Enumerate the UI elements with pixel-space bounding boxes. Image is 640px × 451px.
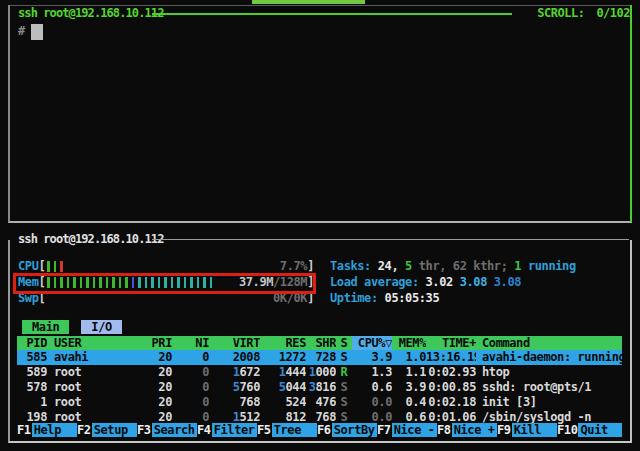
- sort-direction-icon: ▽: [385, 336, 392, 350]
- cell-pid: 585: [17, 350, 47, 365]
- load-average-summary: Load average: 3.02 3.08 3.08: [330, 275, 630, 290]
- tab-io[interactable]: I/O: [81, 320, 121, 334]
- fkey-setup[interactable]: F2Setup: [77, 423, 137, 437]
- mem-highlight-annotation: [13, 273, 316, 294]
- fkey-quit[interactable]: F10Quit: [557, 423, 622, 437]
- fkey-filter[interactable]: F4Filter: [197, 423, 257, 437]
- table-row[interactable]: 589root200167214441000R1.31.10:02.93htop: [17, 365, 622, 380]
- cell-shr: 728: [306, 350, 336, 365]
- fkey-search[interactable]: F3Search: [137, 423, 197, 437]
- cell-shr: 3816: [306, 380, 336, 395]
- video-progress-artifact: [252, 0, 365, 4]
- cell-cpu: 1.3: [352, 365, 392, 380]
- fkey-label: Filter: [212, 423, 257, 437]
- fkey-number: F1: [17, 423, 32, 437]
- bottom-title-divider: [152, 239, 629, 240]
- fkey-label: Kill: [512, 423, 557, 437]
- fkey-number: F4: [197, 423, 212, 437]
- fkey-nice+[interactable]: F8Nice +: [437, 423, 497, 437]
- cpu-meter-value: 7.7%: [280, 259, 307, 274]
- fkey-label: Nice -: [392, 423, 437, 437]
- top-ssh-pane[interactable]: [8, 5, 632, 223]
- cell-res: 1272: [260, 350, 306, 365]
- top-pane-title: ssh root@192.168.10.112: [18, 6, 163, 20]
- cell-virt: 768: [209, 395, 260, 410]
- shell-prompt[interactable]: #: [18, 24, 25, 38]
- cell-cmd: avahi-daemon: running: [476, 350, 622, 365]
- function-key-bar: F1HelpF2SetupF3SearchF4FilterF5TreeF6Sor…: [17, 423, 622, 437]
- column-header-pri[interactable]: PRI: [137, 336, 172, 350]
- fkey-label: Tree: [272, 423, 317, 437]
- fkey-sortby[interactable]: F6SortBy: [317, 423, 377, 437]
- cpu-meter: CPU[ 7.7%]: [18, 259, 314, 274]
- column-header-pid[interactable]: PID: [17, 336, 47, 350]
- cell-time: 0:02.93: [426, 365, 476, 380]
- cell-pid: 578: [17, 380, 47, 395]
- table-row[interactable]: 578root200576050443816S0.63.90:00.85sshd…: [17, 380, 622, 395]
- fkey-help[interactable]: F1Help: [17, 423, 77, 437]
- cell-user: avahi: [47, 350, 137, 365]
- cell-s: R: [336, 365, 352, 380]
- fkey-label: Nice +: [452, 423, 497, 437]
- cell-cmd: htop: [476, 365, 622, 380]
- column-header-mem[interactable]: MEM%: [392, 336, 426, 350]
- fkey-number: F3: [137, 423, 152, 437]
- fkey-label: Search: [152, 423, 197, 437]
- column-header-command[interactable]: Command: [476, 336, 622, 350]
- cell-res: 524: [260, 395, 306, 410]
- cell-s: S: [336, 395, 352, 410]
- cell-user: root: [47, 365, 137, 380]
- scroll-label: SCROLL:: [537, 6, 584, 20]
- cell-pri: 20: [137, 380, 172, 395]
- cell-time: 0:00.85: [426, 380, 476, 395]
- cell-pid: 589: [17, 365, 47, 380]
- fkey-tree[interactable]: F5Tree: [257, 423, 317, 437]
- cell-shr: 1000: [306, 365, 336, 380]
- column-header-state[interactable]: S: [336, 336, 352, 350]
- fkey-nice-[interactable]: F7Nice -: [377, 423, 437, 437]
- table-row[interactable]: 1root200768524476S0.00.40:02.18init [3]: [17, 395, 622, 410]
- process-table-body: 585avahi20020081272728S3.91.013:16.19ava…: [17, 350, 622, 425]
- cell-ni: 0: [172, 365, 209, 380]
- cell-cpu: 3.9: [352, 350, 392, 365]
- cell-cmd: sshd: root@pts/1: [476, 380, 622, 395]
- fkey-label: Quit: [578, 423, 622, 437]
- column-header-cpu-sorted[interactable]: CPU%▽: [352, 336, 392, 350]
- bottom-pane-title: ssh root@192.168.10.112: [18, 232, 163, 246]
- cpu-meter-label: CPU: [18, 259, 38, 274]
- cell-s: S: [336, 350, 352, 365]
- column-header-virt[interactable]: VIRT: [209, 336, 260, 350]
- fkey-label: Help: [32, 423, 77, 437]
- fkey-number: F8: [437, 423, 452, 437]
- cell-virt: 2008: [209, 350, 260, 365]
- column-header-res[interactable]: RES: [260, 336, 306, 350]
- cell-res: 5044: [260, 380, 306, 395]
- cpu-meter-bars: [45, 260, 67, 273]
- cell-mem: 0.4: [392, 395, 426, 410]
- cell-user: root: [47, 380, 137, 395]
- cell-s: S: [336, 380, 352, 395]
- cell-virt: 1672: [209, 365, 260, 380]
- table-row[interactable]: 585avahi20020081272728S3.91.013:16.19ava…: [17, 350, 622, 365]
- column-header-ni[interactable]: NI: [172, 336, 209, 350]
- tab-main[interactable]: Main: [22, 320, 69, 334]
- column-header-shr[interactable]: SHR: [306, 336, 336, 350]
- column-header-time[interactable]: TIME+: [426, 336, 476, 350]
- cell-cpu: 0.0: [352, 395, 392, 410]
- fkey-number: F2: [77, 423, 92, 437]
- meter-bar-tick: [47, 261, 50, 272]
- process-table-header: PID USER PRI NI VIRT RES SHR S CPU%▽ MEM…: [17, 336, 622, 350]
- meter-bar-tick: [54, 261, 57, 272]
- top-title-divider: [152, 13, 512, 15]
- fkey-number: F6: [317, 423, 332, 437]
- meter-bar-tick: [60, 261, 63, 272]
- cell-pri: 20: [137, 350, 172, 365]
- cell-user: root: [47, 395, 137, 410]
- fkey-label: Setup: [92, 423, 137, 437]
- cell-virt: 5760: [209, 380, 260, 395]
- tasks-summary: Tasks: 24, 5 thr, 62 kthr; 1 running: [330, 259, 630, 274]
- column-header-user[interactable]: USER: [47, 336, 137, 350]
- cell-time: 13:16.19: [426, 350, 476, 365]
- htop-tab-bar: MainI/O: [17, 320, 622, 334]
- fkey-kill[interactable]: F9Kill: [497, 423, 557, 437]
